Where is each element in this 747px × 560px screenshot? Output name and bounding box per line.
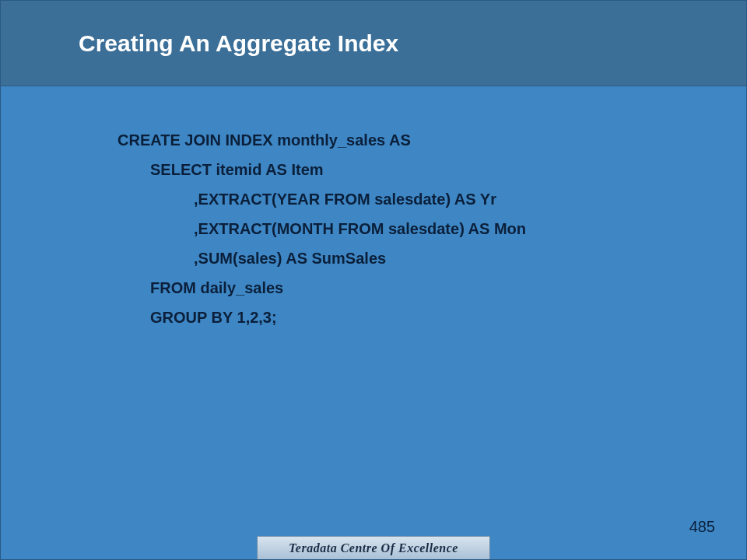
slide-body: CREATE JOIN INDEX monthly_sales AS SELEC… (117, 125, 700, 332)
code-line: ,EXTRACT(YEAR FROM salesdate) AS Yr (117, 184, 700, 214)
code-line: ,EXTRACT(MONTH FROM salesdate) AS Mon (117, 214, 700, 243)
slide-title: Creating An Aggregate Index (79, 30, 398, 57)
title-bar: Creating An Aggregate Index (1, 1, 746, 86)
code-line: FROM daily_sales (117, 273, 700, 303)
code-line: ,SUM(sales) AS SumSales (117, 243, 700, 273)
page-number: 485 (689, 518, 715, 536)
code-line: GROUP BY 1,2,3; (117, 303, 700, 332)
code-line: SELECT itemid AS Item (117, 155, 700, 184)
footer-logo: Teradata Centre Of Excellence (257, 536, 490, 559)
code-line: CREATE JOIN INDEX monthly_sales AS (117, 125, 700, 155)
slide: Creating An Aggregate Index CREATE JOIN … (0, 0, 747, 560)
